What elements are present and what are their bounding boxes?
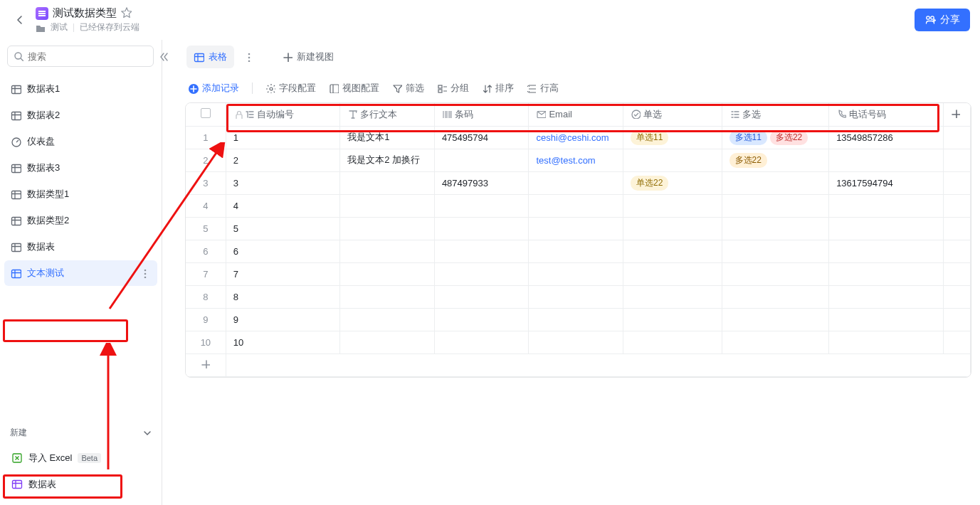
cell-phone[interactable] <box>829 331 944 354</box>
sidebar-item-6[interactable]: 数据表 <box>4 234 157 260</box>
sidebar-item-2[interactable]: 仪表盘 <box>4 129 157 154</box>
cell-text[interactable]: 我是文本2 加换行 <box>340 149 435 171</box>
cell-text[interactable] <box>340 308 435 331</box>
cell-single[interactable] <box>623 149 722 171</box>
cell-text[interactable]: 我是文本1 <box>340 126 435 149</box>
cell-barcode[interactable]: 487497933 <box>434 171 529 194</box>
cell-text[interactable] <box>340 240 435 262</box>
table-row[interactable]: 33487497933单选2213617594794 <box>186 171 971 194</box>
column-header-single[interactable]: 单选 <box>623 103 722 126</box>
row-height-button[interactable]: 行高 <box>527 82 559 95</box>
cell-single[interactable] <box>623 194 722 217</box>
cell-email[interactable] <box>529 308 623 331</box>
cell-email[interactable] <box>529 331 623 354</box>
sidebar-item-7[interactable]: 文本测试 <box>4 260 157 286</box>
cell-phone[interactable] <box>829 217 944 240</box>
cell-email[interactable] <box>529 217 623 240</box>
column-header-barcode[interactable]: 条码 <box>434 103 529 126</box>
cell-text[interactable] <box>340 194 435 217</box>
add-row-button[interactable] <box>186 354 226 376</box>
cell-email[interactable] <box>529 285 623 308</box>
cell-single[interactable]: 单选11 <box>623 126 722 149</box>
cell-autonum[interactable]: 4 <box>226 194 340 217</box>
breadcrumb-folder[interactable]: 测试 <box>51 21 68 33</box>
cell-multi[interactable]: 多选11多选22 <box>722 126 829 149</box>
cell-autonum[interactable]: 3 <box>226 171 340 194</box>
table-row[interactable]: 44 <box>186 194 971 217</box>
sort-button[interactable]: 排序 <box>482 82 514 95</box>
view-tab-grid[interactable]: 表格 <box>186 46 234 68</box>
new-table-item[interactable]: 数据表 <box>4 472 157 497</box>
cell-phone[interactable] <box>829 240 944 262</box>
cell-phone[interactable] <box>829 149 944 171</box>
share-button[interactable]: 分享 <box>915 9 970 31</box>
group-button[interactable]: 分组 <box>437 82 469 95</box>
sidebar-item-0[interactable]: 数据表1 <box>4 76 157 102</box>
add-column-button[interactable] <box>943 103 970 126</box>
cell-barcode[interactable] <box>434 285 529 308</box>
cell-barcode[interactable]: 475495794 <box>434 126 529 149</box>
sidebar-item-more[interactable] <box>137 265 154 282</box>
cell-email[interactable] <box>529 262 623 285</box>
cell-text[interactable] <box>340 331 435 354</box>
cell-multi[interactable] <box>722 194 829 217</box>
cell-email[interactable]: ceshi@ceshi.com <box>529 126 623 149</box>
cell-barcode[interactable] <box>434 217 529 240</box>
search-input[interactable] <box>28 51 147 62</box>
cell-text[interactable] <box>340 217 435 240</box>
cell-email[interactable]: test@test.com <box>529 149 623 171</box>
cell-text[interactable] <box>340 171 435 194</box>
cell-autonum[interactable]: 10 <box>226 331 340 354</box>
column-header-phone[interactable]: 电话号码 <box>829 103 944 126</box>
cell-multi[interactable] <box>722 308 829 331</box>
cell-phone[interactable] <box>829 262 944 285</box>
table-row[interactable]: 1010 <box>186 331 971 354</box>
cell-autonum[interactable]: 8 <box>226 285 340 308</box>
cell-autonum[interactable]: 6 <box>226 240 340 262</box>
cell-multi[interactable] <box>722 240 829 262</box>
cell-phone[interactable]: 13617594794 <box>829 171 944 194</box>
cell-single[interactable] <box>623 285 722 308</box>
search-box[interactable] <box>7 46 154 67</box>
sidebar-item-5[interactable]: 数据类型2 <box>4 208 157 233</box>
cell-autonum[interactable]: 1 <box>226 126 340 149</box>
cell-phone[interactable] <box>829 285 944 308</box>
table-row[interactable]: 22我是文本2 加换行test@test.com多选22 <box>186 149 971 171</box>
cell-email[interactable] <box>529 194 623 217</box>
view-config-button[interactable]: 视图配置 <box>329 82 379 95</box>
cell-phone[interactable] <box>829 308 944 331</box>
cell-email[interactable] <box>529 240 623 262</box>
cell-barcode[interactable] <box>434 194 529 217</box>
cell-multi[interactable] <box>722 285 829 308</box>
cell-single[interactable] <box>623 240 722 262</box>
cell-multi[interactable] <box>722 171 829 194</box>
cell-text[interactable] <box>340 285 435 308</box>
favorite-button[interactable] <box>121 7 132 20</box>
import-excel-item[interactable]: 导入 Excel Beta <box>4 445 157 471</box>
cell-barcode[interactable] <box>434 149 529 171</box>
cell-multi[interactable]: 多选22 <box>722 149 829 171</box>
table-row[interactable]: 66 <box>186 240 971 262</box>
column-header-text[interactable]: 多行文本 <box>340 103 435 126</box>
back-button[interactable] <box>10 10 30 30</box>
view-tab-more[interactable] <box>241 48 258 65</box>
cell-multi[interactable] <box>722 331 829 354</box>
cell-single[interactable] <box>623 308 722 331</box>
column-header-email[interactable]: Email <box>529 103 623 126</box>
cell-email[interactable] <box>529 171 623 194</box>
checkbox-header[interactable] <box>186 103 226 126</box>
cell-phone[interactable] <box>829 194 944 217</box>
sidebar-item-4[interactable]: 数据类型1 <box>4 181 157 207</box>
cell-multi[interactable] <box>722 217 829 240</box>
cell-autonum[interactable]: 5 <box>226 217 340 240</box>
cell-barcode[interactable] <box>434 262 529 285</box>
new-section-header[interactable]: 新建 <box>3 420 159 445</box>
table-row[interactable]: 77 <box>186 262 971 285</box>
cell-single[interactable] <box>623 331 722 354</box>
cell-barcode[interactable] <box>434 331 529 354</box>
new-view-button[interactable]: 新建视图 <box>278 46 338 68</box>
cell-single[interactable] <box>623 217 722 240</box>
filter-button[interactable]: 筛选 <box>392 82 424 95</box>
table-row[interactable]: 88 <box>186 285 971 308</box>
cell-autonum[interactable]: 9 <box>226 308 340 331</box>
